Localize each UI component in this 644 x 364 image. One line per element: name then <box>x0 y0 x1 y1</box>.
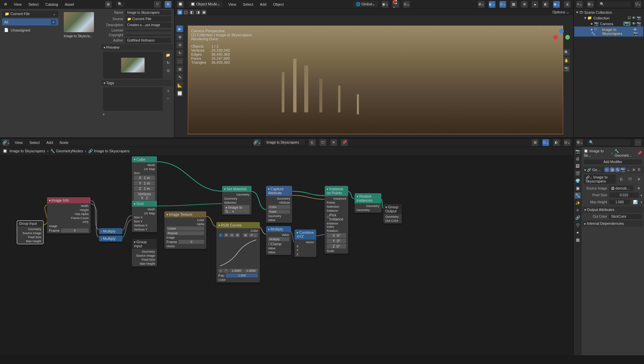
tree-collection[interactable]: ▾ 📁 Collection☑ 👁 📷 <box>574 15 643 21</box>
blender-icon[interactable]: ⋒ <box>3 1 8 7</box>
tree-object[interactable]: ▸ ▽ 🔧 Image to Skyscrapers👁 📷 <box>574 27 643 37</box>
tool-transform-icon[interactable]: ⊞ <box>176 66 183 72</box>
nav-y-icon[interactable] <box>565 35 570 40</box>
ne-overlay4-icon[interactable]: ⊙⌄ <box>564 139 571 146</box>
menu-view[interactable]: View <box>12 1 23 7</box>
out-color-field[interactable]: StickColor <box>609 214 642 219</box>
tree-camera[interactable]: ▸ 📷 Camera📷 👁 📷 <box>574 21 643 27</box>
node-multiply-1[interactable]: › Multiply <box>99 228 122 234</box>
crumb-1[interactable]: Image to Skyscrapers <box>9 149 45 153</box>
tool-annotate-icon[interactable]: ✎ <box>176 74 183 81</box>
node-group-input[interactable]: Group Input Geometry Source Image Pixel … <box>17 220 44 244</box>
outliner-search[interactable]: 🔍 <box>598 1 631 7</box>
tree-scene[interactable]: ▾ 🗃 Scene Collection <box>574 9 643 15</box>
ne-shield-icon[interactable]: 🛡 <box>320 139 326 146</box>
editor-type-icon[interactable]: 🔲 <box>177 1 184 8</box>
node-grid[interactable]: ▾ Grid Mesh UV Map Size X Size Y Vertice… <box>132 201 157 232</box>
menu-catalog[interactable]: Catalog <box>44 1 59 7</box>
tab-scene-icon[interactable]: 🎬 <box>575 170 581 176</box>
add-tag-icon[interactable]: ＋ <box>165 87 171 94</box>
pan-icon[interactable]: ✋ <box>563 57 570 64</box>
nav-x-icon[interactable] <box>553 35 558 40</box>
tab-object-icon[interactable]: ▣ <box>575 185 581 191</box>
folder-icon[interactable]: 📁 <box>165 52 171 58</box>
rendered-shade-icon[interactable]: ◉⌄ <box>553 1 560 8</box>
tab-data-icon[interactable]: ▽ <box>575 222 581 228</box>
internal-deps-header[interactable]: ▸ Internal Dependencies <box>582 220 643 226</box>
tool-scale-icon[interactable]: ⬚ <box>176 58 183 64</box>
tags-list[interactable] <box>103 87 163 111</box>
vp-view[interactable]: View <box>227 1 237 7</box>
tab-output-icon[interactable]: 🖨 <box>575 156 581 162</box>
proportional-icon[interactable]: ⊙⌄ <box>403 1 410 8</box>
node-capture-attribute[interactable]: ▾ Capture Attribute Geometry Attribute C… <box>266 186 292 223</box>
filter-icon[interactable]: ▽ <box>154 1 161 8</box>
node-group-output[interactable]: ▾ Group Output Geometry Out Color <box>383 204 402 223</box>
node-tree-field[interactable]: 🔗⌄ Image to Skyscrapers <box>584 174 616 184</box>
tab-constraint-icon[interactable]: 🔗 <box>575 215 581 221</box>
vp-select[interactable]: Select <box>241 1 255 7</box>
node-multiply-2[interactable]: › Multiply <box>99 236 122 242</box>
tab-material-icon[interactable]: ● <box>575 229 581 236</box>
prop-license[interactable] <box>125 30 171 31</box>
node-tree-name[interactable]: Image to Skyscrapers <box>265 140 305 145</box>
vp-object[interactable]: Object <box>272 1 285 7</box>
outliner-display-icon[interactable]: 🖥⌄ <box>587 1 594 8</box>
node-image-info[interactable]: ▾ Image Info Width Height Has Alpha Fram… <box>47 197 91 233</box>
node-canvas[interactable]: Group Input Geometry Source Image Pixel … <box>0 155 573 355</box>
ne-overlay3-icon[interactable]: ◐ <box>553 139 560 146</box>
crumb-2[interactable]: 🔧 GeometryNodes <box>50 149 83 153</box>
props-options-icon[interactable]: ⋯ <box>635 139 641 146</box>
curve-editor[interactable] <box>218 238 258 268</box>
refresh-icon[interactable]: ↻ <box>165 59 171 66</box>
tab-world-icon[interactable]: 🌍 <box>575 178 581 184</box>
prop-name[interactable]: Image to Skyscrapers <box>125 10 171 15</box>
ne-pin-icon[interactable]: 📌 <box>341 139 348 146</box>
orientation-dropdown[interactable]: 🌐 Global ⌄ <box>353 1 378 7</box>
output-attr-header[interactable]: ▾ Output Attributes <box>582 207 643 213</box>
asset-thumbnail[interactable] <box>64 12 94 32</box>
nav-z-icon[interactable] <box>559 29 564 34</box>
ne-copy-icon[interactable]: ⎘ <box>309 139 316 146</box>
gizmo-icon[interactable]: ⊕⌄ <box>478 1 485 8</box>
asset-search[interactable]: 🔍 <box>116 1 124 7</box>
modifier-header[interactable]: ▾ 🔗 Ge... ▿ 🖥 ✎ 📷 ⌄ ✕ ⠿ <box>582 166 643 173</box>
sel-box-icon[interactable]: ▢ <box>183 9 189 15</box>
max-height-field[interactable]: 1.500 <box>609 200 630 205</box>
node-multiply-3[interactable]: ▾ Multiply Value Multiply ☐ Clamp Value … <box>266 226 291 255</box>
ne-overlay2-icon[interactable]: ⊙⌄ <box>542 139 549 146</box>
tab-particle-icon[interactable]: ✨ <box>575 200 581 206</box>
prop-author[interactable]: Gottfried Hofmann <box>125 38 171 43</box>
prop-copyright[interactable] <box>125 35 171 36</box>
node-editor-icon[interactable]: 🔗⌄ <box>3 139 9 146</box>
ne-tree-type-icon[interactable]: 🔗⌄ <box>254 139 261 146</box>
overlay-icon[interactable]: ◐⌄ <box>489 1 495 8</box>
options-dropdown[interactable]: Options ⌄ <box>551 9 571 15</box>
outliner-type-icon[interactable]: ≡⌄ <box>576 1 583 8</box>
matprev-shade-icon[interactable]: ◐ <box>542 1 549 8</box>
menu-select[interactable]: Select <box>27 1 40 7</box>
settings-icon[interactable]: ⚙ <box>165 1 171 8</box>
tool-rotate-icon[interactable]: ↻ <box>176 50 183 56</box>
prop-source[interactable]: 📁 Current File <box>125 16 171 21</box>
props-type-icon[interactable]: ⚙⌄ <box>576 139 583 146</box>
node-realize-instances[interactable]: ▾ Realize Instances Geometry Geometry <box>355 193 381 213</box>
display-icon[interactable]: ⊞ <box>105 1 112 8</box>
add-modifier-button[interactable]: Add Modifier <box>584 159 642 164</box>
sel-invert-icon[interactable]: ◧ <box>189 9 195 15</box>
snap-icon[interactable]: ◉⌄ <box>382 1 388 8</box>
wire-shade-icon[interactable]: ⊕ <box>521 1 528 8</box>
ne-close-icon[interactable]: ✕ <box>330 139 337 146</box>
prop-desc[interactable]: Creates a ...put image <box>125 22 171 28</box>
props-pin-icon[interactable]: 📌 <box>637 151 642 155</box>
ne-select[interactable]: Select <box>28 140 41 146</box>
mode-dropdown[interactable]: 🔲 Object Mode ⌄ <box>188 1 223 7</box>
tab-render-icon[interactable]: 📷 <box>575 148 581 154</box>
solid-shade-icon[interactable]: ● <box>532 1 538 8</box>
ne-add[interactable]: Add <box>45 140 54 146</box>
source-image-field[interactable]: 🖼 demob... <box>609 186 633 191</box>
tab-modifier-icon[interactable]: 🔧 <box>575 193 581 199</box>
sel-all-icon[interactable]: ▦ <box>177 9 182 15</box>
props-search[interactable]: 🔍 <box>587 140 631 145</box>
tab-texture-icon[interactable]: ▦ <box>575 237 581 243</box>
